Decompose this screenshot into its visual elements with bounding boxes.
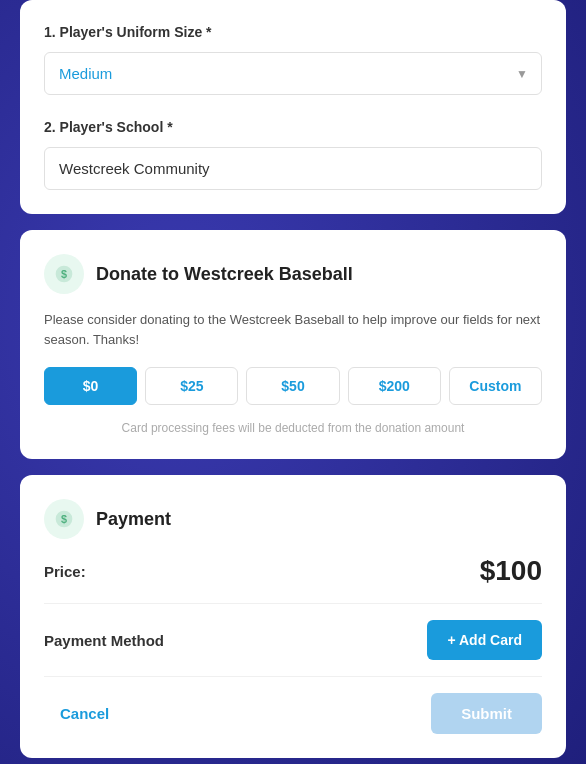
donation-btn-0[interactable]: $0 xyxy=(44,367,137,405)
donation-btn-custom[interactable]: Custom xyxy=(449,367,542,405)
payment-title: Payment xyxy=(96,509,171,530)
uniform-select-wrapper: Medium Small Medium Large X-Large ▼ xyxy=(44,52,542,95)
school-section: 2. Player's School * xyxy=(44,119,542,190)
action-row: Cancel Submit xyxy=(44,693,542,734)
donation-note: Card processing fees will be deducted fr… xyxy=(44,421,542,435)
price-label: Price: xyxy=(44,563,86,580)
svg-text:$: $ xyxy=(61,268,67,280)
payment-card: $ Payment Price: $100 Payment Method + A… xyxy=(20,475,566,758)
uniform-size-select[interactable]: Medium Small Medium Large X-Large xyxy=(44,52,542,95)
price-row: Price: $100 xyxy=(44,555,542,604)
add-card-button[interactable]: + Add Card xyxy=(427,620,542,660)
donation-btn-200[interactable]: $200 xyxy=(348,367,441,405)
donation-card: $ Donate to Westcreek Baseball Please co… xyxy=(20,230,566,459)
donation-buttons-group: $0 $25 $50 $200 Custom xyxy=(44,367,542,405)
submit-button[interactable]: Submit xyxy=(431,693,542,734)
price-value: $100 xyxy=(480,555,542,587)
school-label: 2. Player's School * xyxy=(44,119,542,135)
svg-text:$: $ xyxy=(61,513,67,525)
payment-icon-circle: $ xyxy=(44,499,84,539)
donation-icon-circle: $ xyxy=(44,254,84,294)
uniform-school-card: 1. Player's Uniform Size * Medium Small … xyxy=(20,0,566,214)
donation-btn-50[interactable]: $50 xyxy=(246,367,339,405)
payment-dollar-icon: $ xyxy=(54,509,74,529)
donation-description: Please consider donating to the Westcree… xyxy=(44,310,542,349)
uniform-label: 1. Player's Uniform Size * xyxy=(44,24,542,40)
payment-method-row: Payment Method + Add Card xyxy=(44,620,542,677)
uniform-section: 1. Player's Uniform Size * Medium Small … xyxy=(44,24,542,95)
donation-title: Donate to Westcreek Baseball xyxy=(96,264,353,285)
dollar-icon: $ xyxy=(54,264,74,284)
school-input[interactable] xyxy=(44,147,542,190)
payment-header: $ Payment xyxy=(44,499,542,539)
payment-method-label: Payment Method xyxy=(44,632,164,649)
donation-btn-25[interactable]: $25 xyxy=(145,367,238,405)
cancel-button[interactable]: Cancel xyxy=(44,695,125,732)
donation-header: $ Donate to Westcreek Baseball xyxy=(44,254,542,294)
